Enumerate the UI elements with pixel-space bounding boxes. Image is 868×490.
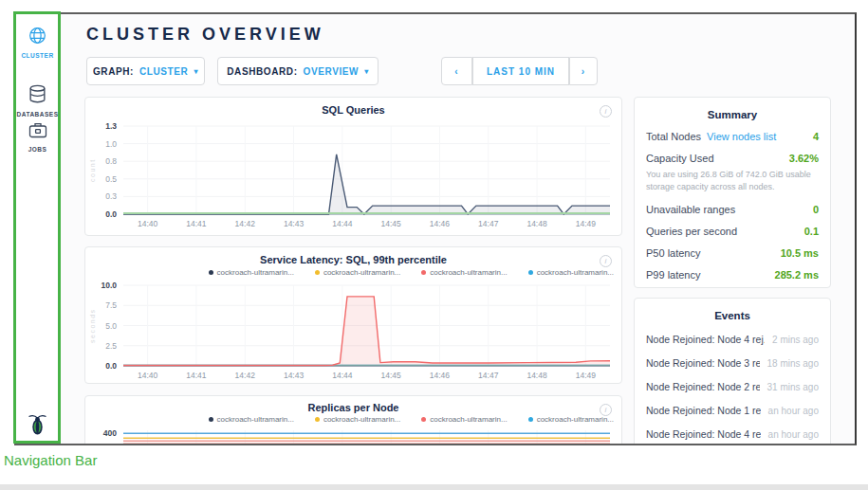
- view-nodes-link[interactable]: View nodes list: [707, 131, 776, 142]
- summary-row-value: 3.62%: [789, 153, 819, 164]
- event-text: Node Rejoined: Node 4 rej...: [646, 428, 761, 440]
- svg-text:14:48: 14:48: [526, 371, 547, 380]
- replicas-per-node-chart: Replicas per Nodeicockroach-ultramarin..…: [84, 395, 622, 445]
- svg-text:14:40: 14:40: [138, 219, 158, 228]
- svg-text:14:47: 14:47: [478, 219, 499, 228]
- summary-row-value: 285.2 ms: [775, 269, 819, 281]
- page: CLUSTER DATABASES: [0, 0, 868, 490]
- summary-row-label: Capacity Used: [646, 153, 714, 164]
- svg-text:1.0: 1.0: [105, 139, 117, 149]
- sidebar-item-label: DATABASES: [15, 111, 60, 118]
- sidebar-item-label: CLUSTER: [15, 52, 60, 59]
- globe-icon: [28, 26, 47, 45]
- graph-dropdown-label: GRAPH:: [93, 66, 134, 77]
- event-time: 18 mins ago: [767, 358, 819, 369]
- svg-text:2.5: 2.5: [105, 341, 117, 351]
- chart-plot: 0.00.30.50.81.01.314:4014:4114:4214:4314…: [85, 98, 623, 237]
- svg-text:14:49: 14:49: [576, 371, 597, 380]
- svg-text:14:48: 14:48: [526, 219, 547, 228]
- svg-text:1.3: 1.3: [105, 121, 117, 131]
- summary-row-value: 10.5 ms: [781, 247, 819, 259]
- graph-dropdown-value: CLUSTER: [139, 66, 188, 77]
- summary-row-label: Queries per second: [646, 226, 737, 237]
- svg-text:14:40: 14:40: [138, 371, 158, 380]
- svg-text:7.5: 7.5: [105, 300, 117, 310]
- chart-plot: 40014:4014:4114:4214:4314:4414:4514:4614…: [85, 396, 623, 445]
- event-time: 2 mins ago: [772, 335, 819, 345]
- bottom-strip: [0, 484, 868, 490]
- summary-row-note: You are using 26.8 GiB of 742.0 GiB usab…: [646, 169, 819, 193]
- svg-text:14:41: 14:41: [186, 219, 207, 228]
- svg-text:14:47: 14:47: [478, 371, 499, 380]
- event-row[interactable]: Node Rejoined: Node 1 rej...an hour ago: [646, 405, 819, 416]
- svg-text:14:45: 14:45: [381, 371, 402, 380]
- svg-text:0.0: 0.0: [105, 209, 117, 219]
- time-next-button[interactable]: ›: [569, 57, 598, 85]
- svg-text:0.0: 0.0: [105, 361, 117, 371]
- service-latency-chart: Service Latency: SQL, 99th percentileico…: [84, 246, 622, 384]
- svg-text:10.0: 10.0: [101, 281, 117, 290]
- event-text: Node Rejoined: Node 4 rej...: [646, 334, 765, 345]
- svg-text:14:46: 14:46: [430, 371, 451, 380]
- graph-dropdown[interactable]: GRAPH: CLUSTER ▾: [86, 57, 205, 85]
- chevron-down-icon: ▾: [364, 67, 369, 76]
- summary-panel: Summary Total NodesView nodes list4Capac…: [634, 97, 831, 288]
- time-range-selector: ‹ LAST 10 MIN ›: [441, 57, 598, 85]
- events-rows: Node Rejoined: Node 4 rej...2 mins agoNo…: [646, 334, 819, 440]
- briefcase-icon: [28, 121, 47, 139]
- event-row[interactable]: Node Rejoined: Node 2 rej...31 mins ago: [646, 381, 819, 392]
- event-row[interactable]: Node Rejoined: Node 4 rej...2 mins ago: [646, 334, 819, 345]
- event-row[interactable]: Node Rejoined: Node 4 rej...an hour ago: [646, 428, 819, 440]
- event-text: Node Rejoined: Node 2 rej...: [646, 381, 760, 392]
- svg-text:14:41: 14:41: [186, 371, 207, 380]
- summary-title: Summary: [646, 109, 819, 120]
- sidebar-item-cluster[interactable]: CLUSTER: [15, 26, 60, 59]
- navigation-bar: CLUSTER DATABASES: [15, 14, 60, 444]
- summary-row-label: P50 latency: [646, 247, 700, 259]
- svg-text:0.5: 0.5: [105, 174, 117, 184]
- event-time: an hour ago: [768, 429, 819, 440]
- y-axis-label: seconds: [87, 285, 97, 366]
- sql-queries-chart: SQL Queriesi0.00.30.50.81.01.314:4014:41…: [84, 97, 622, 236]
- database-icon: [28, 84, 46, 104]
- svg-text:14:42: 14:42: [235, 219, 256, 228]
- svg-text:14:43: 14:43: [284, 371, 305, 380]
- summary-row: Total NodesView nodes list4: [646, 131, 819, 142]
- summary-row-value: 0: [813, 204, 819, 215]
- svg-text:14:45: 14:45: [381, 219, 402, 228]
- sidebar-item-jobs[interactable]: JOBS: [15, 121, 60, 153]
- events-title: Events: [646, 310, 819, 321]
- cockroach-logo[interactable]: [15, 412, 60, 440]
- summary-row: Queries per second0.1: [646, 226, 819, 237]
- svg-text:0.3: 0.3: [105, 191, 117, 201]
- y-axis-label: count: [87, 126, 97, 214]
- svg-text:14:46: 14:46: [430, 219, 451, 228]
- summary-row-label: P99 latency: [646, 269, 700, 281]
- svg-text:14:43: 14:43: [284, 219, 305, 228]
- summary-row: Capacity Used3.62%: [646, 153, 819, 164]
- sidebar-item-label: JOBS: [15, 146, 60, 153]
- summary-row-value: 4: [813, 131, 819, 142]
- time-range-button[interactable]: LAST 10 MIN: [472, 57, 569, 85]
- time-prev-button[interactable]: ‹: [441, 57, 472, 85]
- navigation-bar-annotation-label: Navigation Bar: [4, 452, 97, 468]
- summary-rows: Total NodesView nodes list4Capacity Used…: [646, 131, 819, 281]
- svg-text:14:42: 14:42: [235, 371, 256, 380]
- summary-row-label: Total Nodes: [646, 131, 701, 142]
- summary-row: P50 latency10.5 ms: [646, 247, 819, 259]
- sidebar-item-databases[interactable]: DATABASES: [15, 84, 60, 118]
- summary-row-label: Unavailable ranges: [646, 204, 735, 215]
- event-row[interactable]: Node Rejoined: Node 3 rej...18 mins ago: [646, 357, 819, 369]
- svg-text:14:49: 14:49: [576, 219, 597, 228]
- svg-text:5.0: 5.0: [105, 321, 117, 331]
- summary-row: Unavailable ranges0: [646, 204, 819, 215]
- event-time: 31 mins ago: [767, 382, 819, 392]
- app-window: CLUSTER DATABASES: [14, 12, 857, 445]
- page-title: CLUSTER OVERVIEW: [86, 25, 324, 45]
- svg-text:0.8: 0.8: [105, 156, 117, 166]
- svg-text:400: 400: [103, 428, 117, 438]
- event-text: Node Rejoined: Node 3 rej...: [646, 357, 760, 369]
- summary-row-value: 0.1: [804, 226, 819, 237]
- dashboard-dropdown[interactable]: DASHBOARD: OVERVIEW ▾: [217, 57, 379, 85]
- dashboard-dropdown-label: DASHBOARD:: [227, 66, 297, 77]
